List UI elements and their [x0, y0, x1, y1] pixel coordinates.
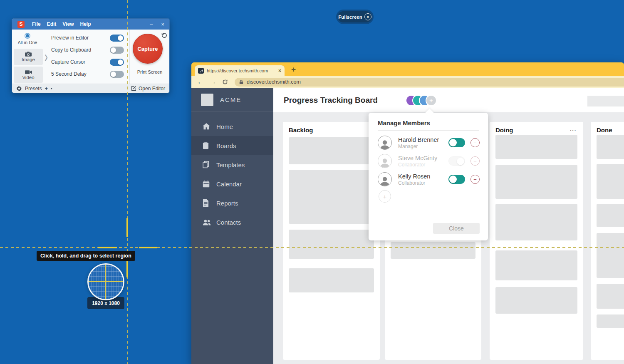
edit-pencil-icon [131, 86, 136, 91]
card-placeholder[interactable] [289, 268, 374, 292]
member-toggle[interactable] [448, 156, 465, 166]
card-placeholder[interactable] [495, 287, 577, 314]
forward-icon[interactable]: → [210, 78, 216, 86]
card-placeholder[interactable] [289, 170, 374, 224]
person-avatar-icon [378, 172, 392, 186]
crosshair-segment [126, 218, 128, 237]
member-row-harold: Harold Brenner Manager − [378, 134, 480, 151]
board-main: Progress Tracking Board ··· + Backlog [273, 88, 624, 364]
remove-member-icon[interactable]: − [470, 175, 480, 184]
card-placeholder[interactable] [495, 204, 577, 240]
menu-edit[interactable]: Edit [47, 21, 57, 27]
capture-button[interactable]: Capture [133, 34, 163, 64]
card-placeholder[interactable] [597, 233, 624, 278]
brand-row: ACME [191, 88, 273, 111]
capture-cursor-toggle[interactable] [110, 59, 124, 66]
card-placeholder[interactable] [597, 284, 624, 309]
magnifier-loupe [87, 263, 124, 300]
reports-icon [203, 199, 211, 207]
reload-icon[interactable] [222, 79, 228, 85]
card-placeholder[interactable] [495, 165, 577, 199]
card-placeholder[interactable] [495, 250, 577, 280]
back-icon[interactable]: ← [197, 78, 204, 86]
templates-icon [203, 161, 211, 168]
member-text: Kelly Rosen Collaborator [398, 173, 448, 186]
sidebar-item-templates[interactable]: Templates [191, 155, 273, 174]
snagit-window: S File Edit View Help – × All-in-One Ima… [12, 18, 170, 93]
open-editor-button[interactable]: Open Editor [131, 86, 165, 92]
card-placeholder[interactable] [391, 242, 475, 259]
member-row-steve: Steve McGinty Collaborator − [378, 153, 480, 169]
clipboard-icon [203, 142, 211, 149]
add-preset-icon[interactable]: + [45, 86, 48, 92]
person-avatar-icon [378, 136, 392, 150]
card-placeholder[interactable] [597, 164, 624, 199]
sidebar-item-label: Reports [216, 200, 238, 207]
remove-member-icon[interactable]: − [470, 138, 480, 147]
menu-help[interactable]: Help [80, 21, 91, 27]
mode-video[interactable]: Video [14, 67, 43, 83]
sidebar-item-label: Contacts [216, 219, 241, 226]
presets-label[interactable]: Presets [25, 86, 42, 92]
member-toggle[interactable] [448, 138, 465, 147]
sidebar-item-home[interactable]: Home [191, 117, 273, 136]
window-controls: – × [150, 21, 164, 27]
browser-tab[interactable]: https://discover.techsmith.com × [195, 65, 285, 76]
column-doing: Doing ··· [490, 122, 583, 360]
fullscreen-button[interactable]: Fullscreen × [338, 11, 372, 22]
camera-icon [25, 52, 32, 57]
sidebar-item-label: Home [216, 123, 233, 130]
copy-to-clipboard-toggle[interactable] [110, 47, 124, 54]
card-placeholder[interactable] [597, 314, 624, 328]
card-placeholder[interactable] [289, 230, 374, 259]
sidebar-item-reports[interactable]: Reports [191, 193, 273, 213]
minimize-icon[interactable]: – [150, 21, 153, 27]
tab-close-icon[interactable]: × [278, 68, 281, 74]
column-menu-icon[interactable]: ··· [570, 127, 577, 134]
open-editor-label: Open Editor [139, 86, 165, 92]
remove-member-icon[interactable]: − [470, 156, 480, 166]
menu-view[interactable]: View [62, 21, 74, 27]
browser-tab-strip: https://discover.techsmith.com × + [191, 62, 624, 76]
home-icon [203, 123, 211, 130]
manage-members-popup: Manage Members Harold Brenner Manager − [369, 113, 488, 240]
undo-icon[interactable] [161, 32, 167, 38]
new-tab-button[interactable]: + [291, 65, 296, 74]
add-member-button[interactable]: + [379, 190, 391, 203]
add-member-avatar-button[interactable]: + [426, 95, 437, 106]
close-button[interactable]: Close [433, 223, 480, 234]
member-toggle[interactable] [448, 175, 465, 184]
sidebar-item-boards[interactable]: Boards [191, 136, 273, 155]
presets-group: Presets + ▾ [16, 86, 52, 92]
browser-toolbar: ← → discover.techsmith.com [191, 76, 624, 88]
mode-label: Image [22, 57, 35, 62]
popup-title: Manage Members [378, 119, 430, 126]
caret-down-icon[interactable]: ▾ [51, 87, 52, 90]
card-placeholder[interactable] [289, 137, 374, 164]
preview-in-editor-toggle[interactable] [110, 35, 124, 42]
capture-hotkey-label: Print Screen [130, 69, 170, 74]
mode-image[interactable]: Image [14, 49, 43, 65]
board-title: Progress Tracking Board [284, 96, 378, 105]
five-second-delay-toggle[interactable] [110, 71, 124, 78]
person-avatar-icon [378, 154, 392, 168]
board-title-menu-icon[interactable]: ··· [370, 97, 378, 104]
member-role: Collaborator [398, 162, 448, 168]
mode-all-in-one[interactable]: All-in-One [12, 33, 43, 45]
card-placeholder[interactable] [597, 204, 624, 227]
member-row-kelly: Kelly Rosen Collaborator − [378, 171, 480, 188]
card-placeholder[interactable] [597, 135, 624, 159]
address-bar[interactable]: discover.techsmith.com [235, 78, 624, 87]
member-name: Harold Brenner [398, 136, 448, 143]
radio-selected-icon [25, 33, 30, 39]
close-icon[interactable]: × [161, 21, 164, 27]
gear-icon[interactable] [16, 86, 22, 92]
sidebar-item-contacts[interactable]: Contacts [191, 213, 273, 232]
lock-icon [239, 79, 243, 84]
card-placeholder[interactable] [495, 135, 577, 159]
menu-file[interactable]: File [32, 21, 41, 27]
sidebar-item-calendar[interactable]: Calendar [191, 174, 273, 193]
member-text: Steve McGinty Collaborator [398, 155, 448, 168]
snagit-titlebar[interactable]: S File Edit View Help – × [12, 19, 169, 30]
tab-title: https://discover.techsmith.com [207, 68, 275, 73]
